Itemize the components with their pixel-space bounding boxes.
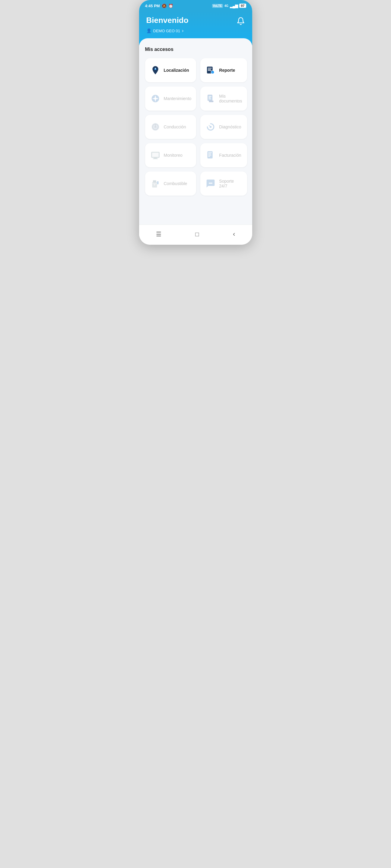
menu-icon: ☰ [156,231,161,238]
svg-rect-29 [208,155,212,156]
access-item-soporte[interactable]: Soporte 24/7 [200,172,247,195]
driving-icon [150,121,161,132]
section-title: Mis accesos [145,47,246,52]
diagnostico-label: Diagnóstico [219,124,241,129]
documents-icon [205,93,216,104]
svg-rect-28 [208,154,211,154]
status-time-area: 4:45 PM 🔕 ⏰ [145,4,173,8]
location-icon [150,65,161,76]
user-icon: 👤 [146,28,151,33]
svg-point-36 [209,183,210,184]
reporte-label: Reporte [219,68,235,73]
access-item-combustible[interactable]: Combustible [145,172,196,195]
svg-rect-32 [153,180,156,182]
svg-rect-11 [155,96,156,101]
report-icon: ↑ [205,65,216,76]
svg-rect-23 [153,158,157,158]
back-icon: ‹ [233,230,235,238]
access-item-conduccion[interactable]: Conducción [145,115,196,139]
main-card: Mis accesos Localización [139,38,252,224]
access-item-mantenimiento[interactable]: Mantenimiento [145,87,196,111]
nav-back-button[interactable]: ‹ [227,229,241,239]
svg-point-1 [155,69,156,70]
svg-point-38 [210,183,211,184]
svg-rect-30 [208,156,210,157]
user-chevron: › [182,28,184,33]
svg-point-37 [211,183,213,184]
user-info[interactable]: 👤 DEMO GEO 01 › [146,28,189,33]
network-icon: 4G [224,4,228,7]
soporte-label: Soporte 24/7 [219,179,242,188]
nav-menu-button[interactable]: ☰ [150,229,167,239]
svg-rect-16 [209,101,214,102]
svg-rect-13 [209,96,212,97]
invoice-icon [205,150,216,161]
nav-home-button[interactable]: □ [189,230,205,239]
combustible-label: Combustible [164,181,187,186]
localizacion-label: Localización [164,68,189,73]
maintenance-icon [150,93,161,104]
access-item-monitoreo[interactable]: Monitoreo [145,143,196,167]
home-icon: □ [195,231,199,238]
status-time: 4:45 PM [145,4,160,8]
svg-rect-27 [208,153,212,153]
notification-bell[interactable] [236,17,245,27]
monitor-icon [150,150,161,161]
status-bar: 4:45 PM 🔕 ⏰ VoLTE 4G ▂▄▆ 97 [139,0,252,11]
svg-rect-15 [209,98,211,99]
svg-rect-3 [208,68,212,68]
support-icon [205,178,216,189]
svg-text:↑: ↑ [212,71,213,74]
phone-frame: 4:45 PM 🔕 ⏰ VoLTE 4G ▂▄▆ 97 Bienvenido 👤… [139,0,252,245]
svg-rect-24 [153,158,158,159]
mis-documentos-label: Mis documentos [219,94,242,103]
svg-rect-34 [152,183,157,184]
bottom-nav: ☰ □ ‹ [139,224,252,245]
header-left: Bienvenido 👤 DEMO GEO 01 › [146,16,189,33]
battery-level: 97 [239,4,246,8]
svg-rect-33 [157,181,159,184]
access-item-mis-documentos[interactable]: Mis documentos [200,87,247,111]
alarm-icon: ⏰ [168,4,173,8]
svg-rect-4 [208,69,211,70]
svg-point-35 [153,184,155,185]
facturacion-label: Facturación [219,153,241,158]
access-item-localizacion[interactable]: Localización [145,58,196,82]
monitoreo-label: Monitoreo [164,153,183,158]
fuel-icon [150,178,161,189]
access-grid: Localización ↑ Reporte [145,58,246,195]
svg-rect-14 [209,97,211,98]
access-item-facturacion[interactable]: Facturación [200,143,247,167]
user-name: DEMO GEO 01 [153,29,180,33]
volte-icon: VoLTE [212,4,223,8]
diagnostic-icon [205,121,216,132]
conduccion-label: Conducción [164,124,186,129]
svg-rect-5 [208,70,212,71]
header-top: Bienvenido 👤 DEMO GEO 01 › [146,16,245,33]
status-icons-right: VoLTE 4G ▂▄▆ 97 [212,4,246,8]
mantenimiento-label: Mantenimiento [164,96,192,101]
access-item-diagnostico[interactable]: Diagnóstico [200,115,247,139]
greeting-title: Bienvenido [146,16,189,25]
mute-icon: 🔕 [162,4,167,8]
svg-rect-25 [152,153,159,157]
access-item-reporte[interactable]: ↑ Reporte [200,58,247,82]
signal-icon: ▂▄▆ [230,4,238,8]
